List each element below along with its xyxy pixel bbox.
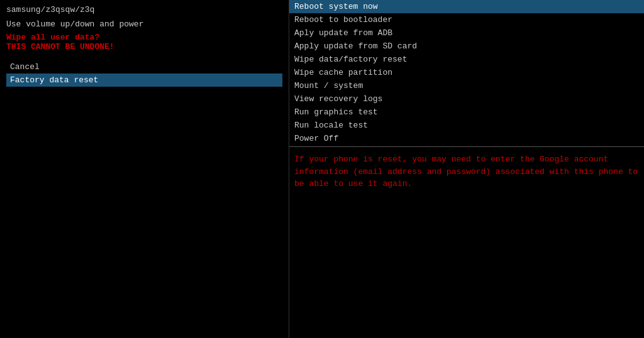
warning-text-2: THIS CANNOT BE UNDONE! [6, 42, 282, 52]
right-menu-item[interactable]: View recovery logs [289, 92, 644, 106]
right-menu-item[interactable]: Aply update from ADB [289, 26, 644, 40]
google-warning-text: If your phone is reset, you may need to … [289, 148, 644, 195]
menu-divider [289, 146, 644, 147]
right-menu: Reboot system nowReboot to bootloaderApl… [289, 0, 644, 145]
warning-text-1: Wipe all user data? [6, 33, 282, 42]
right-menu-item[interactable]: Mount / system [289, 79, 644, 92]
instruction-text: Use volume up/down and power [6, 19, 282, 29]
right-menu-item[interactable]: Reboot to bootloader [289, 13, 644, 26]
right-menu-item[interactable]: Run graphics test [289, 106, 644, 119]
device-title: samsung/z3qsqw/z3q [6, 5, 282, 14]
right-menu-item[interactable]: Wipe cache partition [289, 66, 644, 79]
right-menu-item[interactable]: Wipe data/factory reset [289, 53, 644, 66]
right-panel: Reboot system nowReboot to bootloaderApl… [289, 0, 644, 338]
right-menu-item[interactable]: Apply update from SD card [289, 40, 644, 53]
right-menu-item[interactable]: Reboot system now [289, 0, 644, 13]
left-panel: samsung/z3qsqw/z3q Use volume up/down an… [0, 0, 289, 338]
left-menu-item[interactable]: Cancel [6, 60, 282, 74]
left-menu-item[interactable]: Factory data reset [6, 74, 282, 87]
left-menu: CancelFactory data reset [6, 60, 282, 87]
right-menu-item[interactable]: Power Off [289, 132, 644, 145]
right-menu-item[interactable]: Run locale test [289, 119, 644, 132]
